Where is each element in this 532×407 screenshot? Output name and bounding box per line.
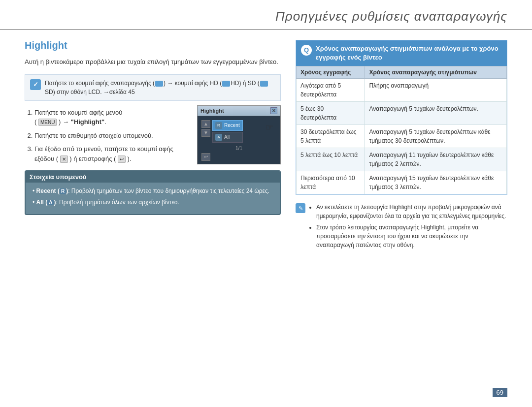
right-note-text: Αν εκτελέσετε τη λειτουργία Highlight στ… bbox=[309, 203, 507, 252]
right-note-icon: ✎ bbox=[296, 203, 305, 213]
col-header-1: Χρόνος εγγραφής bbox=[297, 66, 365, 79]
steps-area: Πατήστε το κουμπί αφής μενού ( MENU ) → … bbox=[25, 108, 281, 171]
intro-text: Αυτή η βιντεοκάμερα προβάλλει μια τυχαία… bbox=[25, 57, 281, 67]
step-1: Πατήστε το κουμπί αφής μενού ( MENU ) → … bbox=[34, 108, 192, 127]
page-header: Προηγμένες ρυθμίσεις αναπαραγωγής bbox=[0, 0, 532, 30]
submenu-item-all: • All (A): Προβολή τμημάτων όλων των αρχ… bbox=[33, 198, 273, 207]
table-row: Περισσότερα από 10 λεπτάΑναπαραγωγή 15 τ… bbox=[297, 171, 507, 194]
steps-list: Πατήστε το κουμπί αφής μενού ( MENU ) → … bbox=[25, 108, 192, 164]
section-title: Highlight bbox=[25, 40, 281, 51]
note-item-1: Αν εκτελέσετε τη λειτουργία Highlight στ… bbox=[316, 203, 507, 220]
content-area: Highlight Αυτή η βιντεοκάμερα προβάλλει … bbox=[0, 30, 532, 267]
table-cell-col2: Αναπαραγωγή 5 τυχαίων δευτερολέπτων κάθε… bbox=[365, 125, 507, 148]
cursor-hand-icon: ☞ bbox=[266, 122, 273, 133]
data-table: Χρόνος εγγραφής Χρόνος αναπαραγωγής στιγ… bbox=[296, 66, 507, 194]
ui-scroll-buttons: ▲ ▼ bbox=[201, 120, 210, 137]
table-cell-col2: Αναπαραγωγή 11 τυχαίων δευτερολέπτων κάθ… bbox=[365, 148, 507, 171]
ui-item-all[interactable]: A All bbox=[212, 132, 243, 143]
ui-scroll-down[interactable]: ▼ bbox=[201, 129, 210, 137]
table-cell-col1: 5 έως 30 δευτερόλεπτα bbox=[297, 102, 365, 125]
table-cell-col1: Περισσότερα από 10 λεπτά bbox=[297, 171, 365, 194]
info-box-title: Χρόνος αναπαραγωγής στιγμιότυπων ανάλογα… bbox=[316, 44, 502, 62]
ui-item-recent-icon: R bbox=[215, 122, 222, 129]
table-row: Λιγότερα από 5 δευτερόλεπταΠλήρης αναπαρ… bbox=[297, 79, 507, 102]
ui-scroll-up[interactable]: ▲ bbox=[201, 120, 210, 128]
right-notes: ✎ Αν εκτελέσετε τη λειτουργία Highlight … bbox=[296, 203, 507, 252]
page-number: 69 bbox=[493, 388, 507, 397]
ui-title: Highlight bbox=[200, 108, 224, 114]
submenu-box: Στοιχεία υπομενού • Recent (R): Προβολή … bbox=[25, 170, 281, 215]
col-header-2: Χρόνος αναπαραγωγής στιγμιότυπων bbox=[365, 66, 507, 79]
page-container: Προηγμένες ρυθμίσεις αναπαραγωγής Highli… bbox=[0, 0, 532, 407]
note-box: ✓ Πατήστε το κουμπί αφής αναπαραγωγής ()… bbox=[25, 74, 281, 101]
ui-titlebar: Highlight ✕ bbox=[198, 106, 280, 116]
ui-page-indicator: 1/1 bbox=[200, 145, 278, 152]
submenu-items-list: • Recent (R): Προβολή τμημάτων των βίντε… bbox=[33, 187, 273, 207]
note-icon: ✓ bbox=[30, 79, 41, 90]
table-cell-col1: 5 λεπτά έως 10 λεπτά bbox=[297, 148, 365, 171]
submenu-item-recent: • Recent (R): Προβολή τμημάτων των βίντε… bbox=[33, 187, 273, 195]
table-cell-col1: 30 δευτερόλεπτα έως 5 λεπτά bbox=[297, 125, 365, 148]
ui-items-list: R Recent A All bbox=[212, 120, 243, 143]
table-row: 5 λεπτά έως 10 λεπτάΑναπαραγωγή 11 τυχαί… bbox=[297, 148, 507, 171]
table-cell-col2: Αναπαραγωγή 5 τυχαίων δευτερολέπτων. bbox=[365, 102, 507, 125]
table-cell-col2: Πλήρης αναπαραγωγή bbox=[365, 79, 507, 102]
ui-screenshot: Highlight ✕ ▲ ▼ R bbox=[197, 105, 281, 164]
ui-item-recent-label: Recent bbox=[224, 123, 240, 128]
info-box-icon: Q bbox=[301, 45, 312, 56]
ui-item-all-icon: A bbox=[215, 134, 222, 141]
note-item-2: Στον τρόπο λειτουργίας αναπαραγωγής High… bbox=[316, 223, 507, 250]
step-3: Για έξοδο από το μενού, πατήστε το κουμπ… bbox=[34, 144, 192, 163]
table-row: 30 δευτερόλεπτα έως 5 λεπτάΑναπαραγωγή 5… bbox=[297, 125, 507, 148]
right-column: Q Χρόνος αναπαραγωγής στιγμιότυπων ανάλο… bbox=[296, 40, 507, 257]
info-box: Q Χρόνος αναπαραγωγής στιγμιότυπων ανάλο… bbox=[296, 40, 507, 195]
ui-return-button[interactable]: ↩ bbox=[201, 153, 210, 161]
submenu-title: Στοιχεία υπομενού bbox=[26, 171, 280, 183]
ui-screenshot-wrapper: Highlight ✕ ▲ ▼ R bbox=[197, 108, 281, 164]
table-row: 5 έως 30 δευτερόλεπταΑναπαραγωγή 5 τυχαί… bbox=[297, 102, 507, 125]
steps-text: Πατήστε το κουμπί αφής μενού ( MENU ) → … bbox=[25, 108, 192, 171]
table-cell-col2: Αναπαραγωγή 15 τυχαίων δευτερολέπτων κάθ… bbox=[365, 171, 507, 194]
ui-item-recent[interactable]: R Recent bbox=[212, 120, 243, 131]
note-text: Πατήστε το κουμπί αφής αναπαραγωγής () →… bbox=[45, 79, 275, 96]
ui-body: ▲ ▼ R Recent A bbox=[198, 116, 280, 164]
ui-item-all-label: All bbox=[224, 134, 230, 140]
step-2: Πατήστε το επιθυμητό στοιχείο υπομενού. bbox=[34, 131, 192, 141]
info-box-header: Q Χρόνος αναπαραγωγής στιγμιότυπων ανάλο… bbox=[296, 40, 507, 66]
left-column: Highlight Αυτή η βιντεοκάμερα προβάλλει … bbox=[25, 40, 281, 257]
table-cell-col1: Λιγότερα από 5 δευτερόλεπτα bbox=[297, 79, 365, 102]
ui-close-button[interactable]: ✕ bbox=[270, 107, 277, 114]
right-note-block: ✎ Αν εκτελέσετε τη λειτουργία Highlight … bbox=[296, 203, 507, 252]
page-title: Προηγμένες ρυθμίσεις αναπαραγωγής bbox=[275, 9, 507, 24]
